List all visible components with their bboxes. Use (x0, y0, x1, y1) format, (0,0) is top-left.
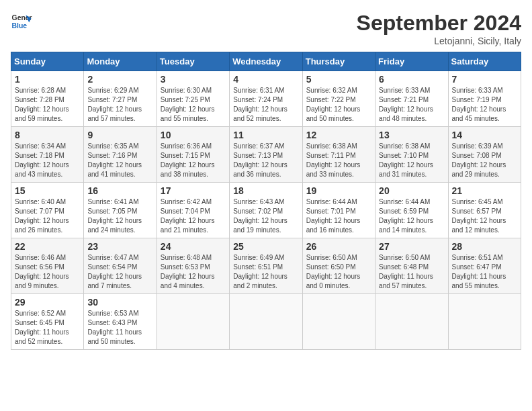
day-number: 16 (87, 185, 152, 196)
day-number: 30 (87, 297, 152, 308)
day-number: 24 (161, 241, 226, 252)
day-info: Sunrise: 6:44 AM Sunset: 7:01 PM Dayligh… (306, 197, 371, 235)
table-cell: 29Sunrise: 6:52 AM Sunset: 6:45 PM Dayli… (11, 294, 84, 350)
col-friday: Friday (375, 52, 448, 71)
day-number: 20 (379, 185, 444, 196)
day-number: 17 (161, 185, 226, 196)
day-info: Sunrise: 6:42 AM Sunset: 7:04 PM Dayligh… (161, 197, 226, 235)
day-info: Sunrise: 6:31 AM Sunset: 7:24 PM Dayligh… (233, 86, 298, 124)
day-info: Sunrise: 6:36 AM Sunset: 7:15 PM Dayligh… (161, 142, 226, 179)
day-info: Sunrise: 6:29 AM Sunset: 7:27 PM Dayligh… (87, 86, 152, 124)
table-cell: 15Sunrise: 6:40 AM Sunset: 7:07 PM Dayli… (11, 183, 84, 238)
table-cell: 23Sunrise: 6:47 AM Sunset: 6:54 PM Dayli… (84, 238, 157, 294)
table-cell: 28Sunrise: 6:51 AM Sunset: 6:47 PM Dayli… (448, 238, 521, 294)
day-number: 28 (452, 241, 517, 252)
day-info: Sunrise: 6:50 AM Sunset: 6:50 PM Dayligh… (306, 253, 371, 291)
logo-icon: General Blue (11, 11, 32, 32)
logo: General Blue General Blue (11, 11, 32, 32)
day-number: 23 (87, 241, 152, 252)
calendar-table: Sunday Monday Tuesday Wednesday Thursday… (11, 52, 521, 350)
table-cell (157, 294, 229, 350)
week-row-2: 8Sunrise: 6:34 AM Sunset: 7:18 PM Daylig… (11, 127, 521, 183)
day-info: Sunrise: 6:44 AM Sunset: 6:59 PM Dayligh… (379, 197, 444, 235)
week-row-3: 15Sunrise: 6:40 AM Sunset: 7:07 PM Dayli… (11, 183, 521, 238)
week-row-5: 29Sunrise: 6:52 AM Sunset: 6:45 PM Dayli… (11, 294, 521, 350)
day-info: Sunrise: 6:37 AM Sunset: 7:13 PM Dayligh… (233, 142, 298, 179)
table-cell: 1Sunrise: 6:28 AM Sunset: 7:28 PM Daylig… (11, 71, 84, 127)
day-info: Sunrise: 6:30 AM Sunset: 7:25 PM Dayligh… (161, 86, 226, 124)
day-info: Sunrise: 6:53 AM Sunset: 6:43 PM Dayligh… (87, 309, 152, 347)
svg-text:Blue: Blue (12, 22, 28, 30)
day-info: Sunrise: 6:33 AM Sunset: 7:19 PM Dayligh… (452, 86, 517, 124)
day-number: 29 (15, 297, 80, 308)
table-cell: 18Sunrise: 6:43 AM Sunset: 7:02 PM Dayli… (230, 183, 302, 238)
table-cell: 16Sunrise: 6:41 AM Sunset: 7:05 PM Dayli… (84, 183, 157, 238)
table-cell: 12Sunrise: 6:38 AM Sunset: 7:11 PM Dayli… (302, 127, 375, 183)
day-number: 27 (379, 241, 444, 252)
day-number: 26 (306, 241, 371, 252)
day-info: Sunrise: 6:52 AM Sunset: 6:45 PM Dayligh… (15, 309, 80, 347)
col-sunday: Sunday (11, 52, 84, 71)
day-number: 2 (87, 74, 152, 85)
day-number: 8 (15, 130, 80, 140)
day-number: 1 (15, 74, 80, 85)
day-info: Sunrise: 6:39 AM Sunset: 7:08 PM Dayligh… (452, 142, 517, 179)
table-cell (448, 294, 521, 350)
col-monday: Monday (84, 52, 157, 71)
day-info: Sunrise: 6:32 AM Sunset: 7:22 PM Dayligh… (306, 86, 371, 124)
table-cell: 11Sunrise: 6:37 AM Sunset: 7:13 PM Dayli… (230, 127, 302, 183)
day-info: Sunrise: 6:40 AM Sunset: 7:07 PM Dayligh… (15, 197, 80, 235)
table-cell: 9Sunrise: 6:35 AM Sunset: 7:16 PM Daylig… (84, 127, 157, 183)
table-cell: 8Sunrise: 6:34 AM Sunset: 7:18 PM Daylig… (11, 127, 84, 183)
day-info: Sunrise: 6:41 AM Sunset: 7:05 PM Dayligh… (87, 197, 152, 235)
day-number: 22 (15, 241, 80, 252)
table-cell: 4Sunrise: 6:31 AM Sunset: 7:24 PM Daylig… (230, 71, 302, 127)
table-cell (230, 294, 302, 350)
day-number: 4 (233, 74, 298, 85)
week-row-1: 1Sunrise: 6:28 AM Sunset: 7:28 PM Daylig… (11, 71, 521, 127)
day-info: Sunrise: 6:43 AM Sunset: 7:02 PM Dayligh… (233, 197, 298, 235)
day-number: 25 (233, 241, 298, 252)
day-number: 7 (452, 74, 517, 85)
day-number: 13 (379, 130, 444, 140)
table-cell (302, 294, 375, 350)
table-cell: 5Sunrise: 6:32 AM Sunset: 7:22 PM Daylig… (302, 71, 375, 127)
header: General Blue General Blue September 2024… (11, 11, 521, 46)
day-number: 19 (306, 185, 371, 196)
col-thursday: Thursday (302, 52, 375, 71)
table-cell: 17Sunrise: 6:42 AM Sunset: 7:04 PM Dayli… (157, 183, 229, 238)
title-area: September 2024 Letojanni, Sicily, Italy (357, 11, 521, 46)
day-info: Sunrise: 6:35 AM Sunset: 7:16 PM Dayligh… (87, 142, 152, 179)
col-saturday: Saturday (448, 52, 521, 71)
col-tuesday: Tuesday (157, 52, 229, 71)
day-info: Sunrise: 6:47 AM Sunset: 6:54 PM Dayligh… (87, 253, 152, 291)
day-info: Sunrise: 6:46 AM Sunset: 6:56 PM Dayligh… (15, 253, 80, 291)
month-title: September 2024 (357, 11, 521, 36)
week-row-4: 22Sunrise: 6:46 AM Sunset: 6:56 PM Dayli… (11, 238, 521, 294)
day-info: Sunrise: 6:45 AM Sunset: 6:57 PM Dayligh… (452, 197, 517, 235)
day-number: 10 (161, 130, 226, 140)
day-info: Sunrise: 6:48 AM Sunset: 6:53 PM Dayligh… (161, 253, 226, 291)
day-number: 11 (233, 130, 298, 140)
day-number: 6 (379, 74, 444, 85)
day-info: Sunrise: 6:33 AM Sunset: 7:21 PM Dayligh… (379, 86, 444, 124)
table-cell: 2Sunrise: 6:29 AM Sunset: 7:27 PM Daylig… (84, 71, 157, 127)
header-row: Sunday Monday Tuesday Wednesday Thursday… (11, 52, 521, 71)
day-number: 14 (452, 130, 517, 140)
location: Letojanni, Sicily, Italy (357, 36, 521, 46)
table-cell: 27Sunrise: 6:50 AM Sunset: 6:48 PM Dayli… (375, 238, 448, 294)
table-cell: 20Sunrise: 6:44 AM Sunset: 6:59 PM Dayli… (375, 183, 448, 238)
col-wednesday: Wednesday (230, 52, 302, 71)
day-info: Sunrise: 6:38 AM Sunset: 7:11 PM Dayligh… (306, 142, 371, 179)
calendar-body: 1Sunrise: 6:28 AM Sunset: 7:28 PM Daylig… (11, 71, 521, 350)
table-cell: 14Sunrise: 6:39 AM Sunset: 7:08 PM Dayli… (448, 127, 521, 183)
table-cell: 25Sunrise: 6:49 AM Sunset: 6:51 PM Dayli… (230, 238, 302, 294)
day-info: Sunrise: 6:34 AM Sunset: 7:18 PM Dayligh… (15, 142, 80, 179)
day-number: 5 (306, 74, 371, 85)
day-info: Sunrise: 6:28 AM Sunset: 7:28 PM Dayligh… (15, 86, 80, 124)
day-number: 3 (161, 74, 226, 85)
table-cell: 7Sunrise: 6:33 AM Sunset: 7:19 PM Daylig… (448, 71, 521, 127)
day-info: Sunrise: 6:50 AM Sunset: 6:48 PM Dayligh… (379, 253, 444, 291)
day-number: 15 (15, 185, 80, 196)
day-info: Sunrise: 6:38 AM Sunset: 7:10 PM Dayligh… (379, 142, 444, 179)
